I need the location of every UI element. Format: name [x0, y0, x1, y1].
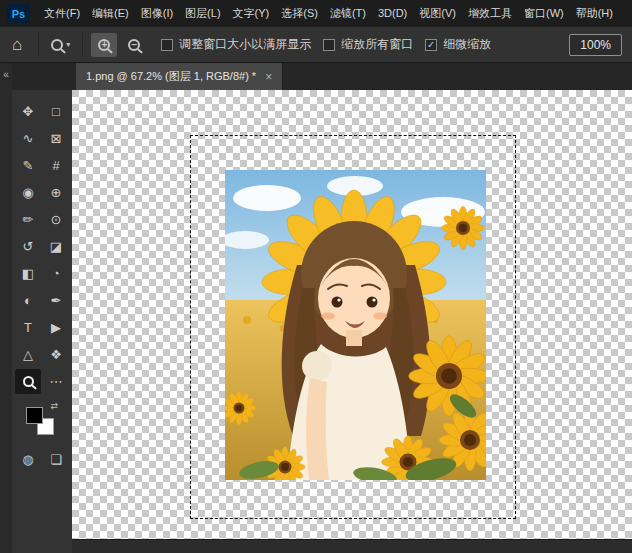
- tool-grid: ✥ □ ∿ ⊠ ✎ # ◉ ⊕ ✏ ⊙ ↺ ◪ ◧ ◔ ◐ ✒ T: [14, 98, 70, 395]
- magnifier-icon: [51, 39, 63, 51]
- menu-window[interactable]: 窗口(W): [518, 0, 570, 27]
- checkbox-checked-icon[interactable]: ✓: [425, 39, 437, 51]
- sunflower-girl-artwork: [225, 170, 486, 480]
- zoom-out-button[interactable]: −: [121, 33, 147, 57]
- type-tool[interactable]: T: [15, 315, 41, 340]
- screen-mode-button[interactable]: ❏: [43, 447, 69, 472]
- menu-help[interactable]: 帮助(H): [570, 0, 619, 27]
- menu-type[interactable]: 文字(Y): [227, 0, 276, 27]
- quick-selection-tool[interactable]: ✎: [15, 153, 41, 178]
- scrubby-zoom-checkbox[interactable]: ✓ 细微缩放: [425, 36, 491, 53]
- foreground-color-swatch[interactable]: [26, 407, 43, 424]
- menu-file[interactable]: 文件(F): [38, 0, 86, 27]
- blur-tool[interactable]: ◔: [43, 261, 69, 286]
- zoom-in-button[interactable]: +: [91, 33, 117, 57]
- object-selection-tool[interactable]: ⊠: [43, 126, 69, 151]
- divider: [82, 33, 83, 57]
- home-icon[interactable]: ⌂: [0, 28, 32, 62]
- move-tool[interactable]: ✥: [15, 99, 41, 124]
- menu-3d[interactable]: 3D(D): [372, 0, 413, 27]
- document-tab[interactable]: 1.png @ 67.2% (图层 1, RGB/8#) * ×: [76, 63, 283, 90]
- menu-bar: Ps 文件(F) 编辑(E) 图像(I) 图层(L) 文字(Y) 选择(S) 滤…: [0, 0, 632, 27]
- swap-colors-icon[interactable]: ⇄: [50, 401, 58, 411]
- menu-plugins[interactable]: 增效工具: [462, 0, 518, 27]
- menu-filter[interactable]: 滤镜(T): [324, 0, 372, 27]
- lasso-tool[interactable]: ∿: [15, 126, 41, 151]
- zoom-out-icon: −: [128, 39, 140, 51]
- resize-windows-checkbox[interactable]: 调整窗口大小以满屏显示: [161, 36, 311, 53]
- zoom-all-windows-checkbox[interactable]: 缩放所有窗口: [323, 36, 413, 53]
- chevron-down-icon: ▾: [66, 40, 70, 49]
- menu-image[interactable]: 图像(I): [135, 0, 179, 27]
- document-tab-bar: 1.png @ 67.2% (图层 1, RGB/8#) * ×: [12, 63, 632, 90]
- main-area: « 1.png @ 67.2% (图层 1, RGB/8#) * × ✥ □ ∿…: [0, 63, 632, 553]
- menu-select[interactable]: 选择(S): [275, 0, 324, 27]
- canvas-viewport[interactable]: [72, 90, 632, 539]
- toolbar-bottom: ◍ ❏: [14, 446, 70, 473]
- zoom-tool-preset[interactable]: ▾: [45, 35, 76, 55]
- document-tab-title: 1.png @ 67.2% (图层 1, RGB/8#) *: [86, 69, 256, 84]
- menu-view[interactable]: 视图(V): [413, 0, 462, 27]
- rectangular-marquee-tool[interactable]: □: [43, 99, 69, 124]
- color-swatches: ⇄: [26, 405, 58, 438]
- magnifier-icon: [23, 376, 34, 387]
- dodge-tool[interactable]: ◐: [15, 288, 41, 313]
- tool-options-bar: ⌂ ▾ + − 调整窗口大小以满屏显示 缩放所有窗口 ✓ 细微缩放 100%: [0, 27, 632, 63]
- zoom-in-icon: +: [98, 39, 110, 51]
- quick-mask-button[interactable]: ◍: [15, 447, 41, 472]
- edit-toolbar-button[interactable]: ⋯: [43, 369, 69, 394]
- menu-edit[interactable]: 编辑(E): [86, 0, 135, 27]
- history-brush-tool[interactable]: ↺: [15, 234, 41, 259]
- divider: [38, 33, 39, 57]
- pen-tool[interactable]: ✒: [43, 288, 69, 313]
- panel-collapse-strip[interactable]: «: [0, 63, 12, 553]
- checkbox-icon[interactable]: [323, 39, 335, 51]
- gradient-tool[interactable]: ◧: [15, 261, 41, 286]
- photoshop-logo-icon: Ps: [7, 4, 30, 23]
- close-icon[interactable]: ×: [265, 70, 272, 84]
- checkbox-icon[interactable]: [161, 39, 173, 51]
- brush-tool[interactable]: ✏: [15, 207, 41, 232]
- eyedropper-tool[interactable]: ◉: [15, 180, 41, 205]
- menu-layer[interactable]: 图层(L): [179, 0, 226, 27]
- spot-healing-brush-tool[interactable]: ⊕: [43, 180, 69, 205]
- status-bar: [72, 539, 632, 553]
- shape-tool[interactable]: △: [15, 342, 41, 367]
- crop-tool[interactable]: #: [43, 153, 69, 178]
- collapse-panels-icon[interactable]: «: [3, 69, 9, 80]
- eraser-tool[interactable]: ◪: [43, 234, 69, 259]
- zoom-tool[interactable]: [15, 369, 41, 394]
- clone-stamp-tool[interactable]: ⊙: [43, 207, 69, 232]
- hand-tool[interactable]: ❖: [43, 342, 69, 367]
- tools-panel: ✥ □ ∿ ⊠ ✎ # ◉ ⊕ ✏ ⊙ ↺ ◪ ◧ ◔ ◐ ✒ T: [12, 90, 72, 553]
- zoom-100-button[interactable]: 100%: [569, 34, 622, 56]
- path-selection-tool[interactable]: ▶: [43, 315, 69, 340]
